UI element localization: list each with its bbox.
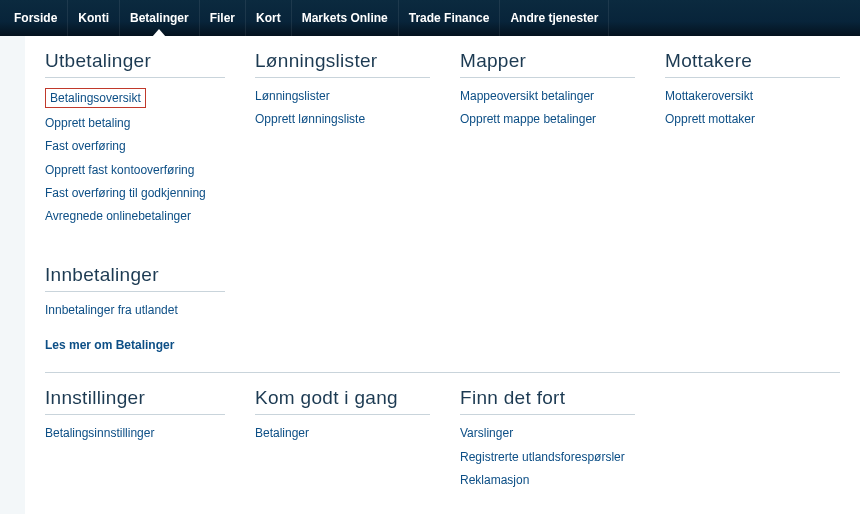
link-les-mer-betalinger[interactable]: Les mer om Betalinger — [45, 338, 174, 352]
nav-tab-trade-finance[interactable]: Trade Finance — [399, 0, 501, 36]
link-varslinger[interactable]: Varslinger — [460, 426, 513, 440]
link-opprett-fast-konto[interactable]: Opprett fast kontooverføring — [45, 163, 194, 177]
nav-tab-markets-online[interactable]: Markets Online — [292, 0, 399, 36]
link-innbetalinger-utlandet[interactable]: Innbetalinger fra utlandet — [45, 303, 178, 317]
link-opprett-mappe-betalinger[interactable]: Opprett mappe betalinger — [460, 112, 596, 126]
link-opprett-lonningsliste[interactable]: Opprett lønningsliste — [255, 112, 365, 126]
linklist-innstillinger: Betalingsinnstillinger — [45, 425, 225, 441]
link-mappeoversikt-betalinger[interactable]: Mappeoversikt betalinger — [460, 89, 594, 103]
linklist-innbetalinger: Innbetalinger fra utlandet — [45, 302, 225, 318]
col-empty — [665, 387, 840, 495]
link-reklamasjon[interactable]: Reklamasjon — [460, 473, 529, 487]
left-gutter — [0, 36, 25, 514]
section-title-finndetfort: Finn det fort — [460, 387, 635, 415]
link-registrerte-utlandsforesporsler[interactable]: Registrerte utlandsforespørsler — [460, 450, 625, 464]
linklist-finndetfort: Varslinger Registrerte utlandsforespørsl… — [460, 425, 635, 488]
nav-tab-kort[interactable]: Kort — [246, 0, 292, 36]
nav-tab-konti[interactable]: Konti — [68, 0, 120, 36]
link-avregnede-onlinebetalinger[interactable]: Avregnede onlinebetalinger — [45, 209, 191, 223]
section-title-lonningslister: Lønningslister — [255, 50, 430, 78]
section-title-mottakere: Mottakere — [665, 50, 840, 78]
link-opprett-mottaker[interactable]: Opprett mottaker — [665, 112, 755, 126]
linklist-mapper: Mappeoversikt betalinger Opprett mappe b… — [460, 88, 635, 127]
linklist-utbetalinger: Betalingsoversikt Opprett betaling Fast … — [45, 88, 225, 224]
link-betalingsoversikt[interactable]: Betalingsoversikt — [45, 88, 146, 108]
link-lonningslister[interactable]: Lønningslister — [255, 89, 330, 103]
linklist-komgodt: Betalinger — [255, 425, 430, 441]
col-utbetalinger: Utbetalinger Betalingsoversikt Opprett b… — [45, 50, 225, 352]
section-title-utbetalinger: Utbetalinger — [45, 50, 225, 78]
col-komgodt: Kom godt i gang Betalinger — [255, 387, 430, 495]
link-opprett-betaling[interactable]: Opprett betaling — [45, 116, 130, 130]
link-fast-overforing[interactable]: Fast overføring — [45, 139, 126, 153]
col-mottakere: Mottakere Mottakeroversikt Opprett motta… — [665, 50, 840, 352]
section-title-innstillinger: Innstillinger — [45, 387, 225, 415]
nav-tab-andre-tjenester[interactable]: Andre tjenester — [500, 0, 609, 36]
section-title-mapper: Mapper — [460, 50, 635, 78]
top-nav: Forside Konti Betalinger Filer Kort Mark… — [0, 0, 860, 36]
main-content: Utbetalinger Betalingsoversikt Opprett b… — [25, 36, 860, 514]
col-lonningslister: Lønningslister Lønningslister Opprett lø… — [255, 50, 430, 352]
link-fast-overforing-godkjenning[interactable]: Fast overføring til godkjenning — [45, 186, 206, 200]
section-title-komgodt: Kom godt i gang — [255, 387, 430, 415]
col-mapper: Mapper Mappeoversikt betalinger Opprett … — [460, 50, 635, 352]
link-betalingsinnstillinger[interactable]: Betalingsinnstillinger — [45, 426, 154, 440]
link-mottakeroversikt[interactable]: Mottakeroversikt — [665, 89, 753, 103]
nav-tab-filer[interactable]: Filer — [200, 0, 246, 36]
section-title-innbetalinger: Innbetalinger — [45, 264, 225, 292]
linklist-lonningslister: Lønningslister Opprett lønningsliste — [255, 88, 430, 127]
nav-tab-betalinger[interactable]: Betalinger — [120, 0, 200, 36]
col-finndetfort: Finn det fort Varslinger Registrerte utl… — [460, 387, 635, 495]
col-innstillinger: Innstillinger Betalingsinnstillinger — [45, 387, 225, 495]
link-komgodt-betalinger[interactable]: Betalinger — [255, 426, 309, 440]
nav-tab-forside[interactable]: Forside — [4, 0, 68, 36]
linklist-mottakere: Mottakeroversikt Opprett mottaker — [665, 88, 840, 127]
